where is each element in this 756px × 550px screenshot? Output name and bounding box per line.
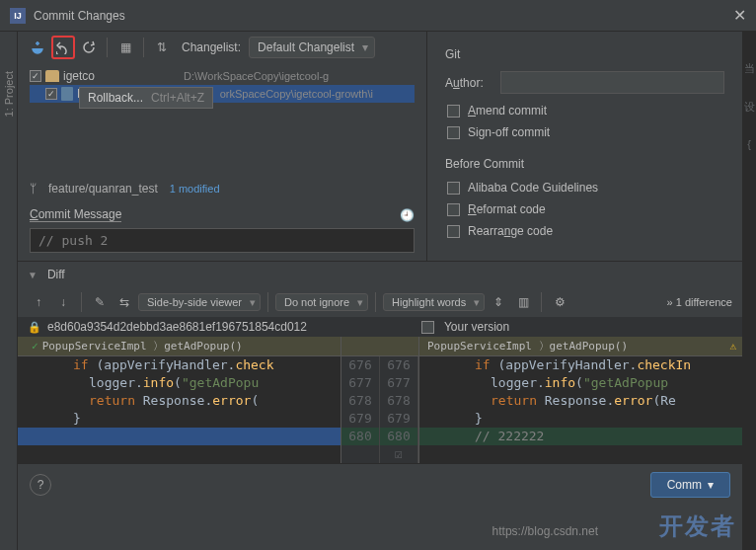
highlight-dropdown[interactable]: Highlight words bbox=[383, 293, 485, 311]
commit-hash: e8d60a9354d2debbd3ae8681ef196751854cd012 bbox=[47, 320, 307, 334]
refresh-button[interactable] bbox=[77, 36, 101, 59]
lock-icon bbox=[28, 320, 41, 334]
code-line[interactable]: logger.info("getAdPopu bbox=[18, 374, 340, 392]
gutter-row: 678678 bbox=[341, 392, 418, 410]
bottom-bar: ? Comm▾ bbox=[18, 463, 742, 506]
checkbox[interactable] bbox=[447, 225, 460, 238]
file-tree: Rollback... Ctrl+Alt+Z igetco D:\WorkSpa… bbox=[18, 63, 426, 176]
commit-msg-header: Commit Message 🕘 bbox=[18, 201, 426, 228]
code-line[interactable] bbox=[18, 428, 340, 445]
breadcrumb-left[interactable]: ✓ PopupServiceImpl 〉getAdPopup() bbox=[18, 337, 340, 356]
commit-msg-label: Commit Message bbox=[30, 207, 121, 222]
version-label: Your version bbox=[444, 320, 509, 334]
checkbox[interactable] bbox=[447, 105, 460, 118]
collapse-arrow-icon[interactable]: ▼ bbox=[28, 270, 38, 280]
diff-gutter: 676676677677678678679679680680 ☑ bbox=[340, 337, 419, 463]
tooltip-text: Rollback... bbox=[88, 91, 143, 105]
commit-toolbar: ▦ ⇅ Changelist: Default Changelist bbox=[18, 32, 426, 63]
separator bbox=[81, 292, 82, 312]
tooltip-shortcut: Ctrl+Alt+Z bbox=[151, 91, 204, 105]
help-button[interactable]: ? bbox=[30, 474, 51, 496]
diff-toolbar: ↑ ↓ ✎ ⇆ Side-by-side viewer Do not ignor… bbox=[18, 287, 742, 317]
next-diff-button[interactable]: ↓ bbox=[52, 291, 74, 313]
checkbox[interactable] bbox=[447, 203, 460, 216]
author-input[interactable] bbox=[500, 71, 724, 94]
code-line[interactable]: logger.info("getAdPopup bbox=[419, 374, 742, 392]
version-checkbox[interactable] bbox=[421, 321, 434, 334]
code-line[interactable]: } bbox=[18, 410, 340, 428]
ide-sidebar: 1: Project bbox=[0, 32, 18, 550]
commit-message-input[interactable]: // push 2 bbox=[30, 228, 415, 253]
code-line[interactable]: return Response.error(Re bbox=[419, 392, 742, 410]
checkbox[interactable] bbox=[45, 88, 57, 100]
edit-icon[interactable]: ✎ bbox=[89, 291, 111, 313]
rollback-tooltip: Rollback... Ctrl+Alt+Z bbox=[79, 87, 213, 109]
folder-path: D:\WorkSpaceCopy\igetcool-g bbox=[184, 70, 329, 82]
checkbox[interactable] bbox=[447, 126, 460, 139]
alibaba-checkbox-row[interactable]: Alibaba Code Guidelines bbox=[445, 181, 724, 195]
before-commit-label: Before Commit bbox=[445, 157, 724, 171]
refresh-plus-icon[interactable] bbox=[26, 36, 49, 59]
rollback-button[interactable] bbox=[51, 36, 75, 59]
code-line[interactable]: // 222222 bbox=[419, 428, 742, 445]
diff-file-row: e8d60a9354d2debbd3ae8681ef196751854cd012… bbox=[18, 317, 742, 337]
signoff-checkbox-row[interactable]: Sign-off commit bbox=[445, 125, 724, 139]
file-icon bbox=[61, 87, 73, 101]
diff-header[interactable]: ▼ Diff bbox=[18, 261, 742, 287]
separator bbox=[375, 292, 376, 312]
branch-row: ᛘ feature/quanran_test 1 modified bbox=[18, 176, 426, 201]
amend-label: Amend commit bbox=[468, 104, 547, 118]
sync-scroll-icon[interactable]: ▥ bbox=[512, 291, 534, 313]
gear-icon[interactable]: ⚙ bbox=[549, 291, 570, 313]
separator bbox=[541, 292, 542, 312]
separator bbox=[107, 38, 108, 57]
code-line[interactable] bbox=[419, 445, 742, 463]
modified-count[interactable]: 1 modified bbox=[170, 183, 220, 195]
gutter-row bbox=[341, 445, 418, 463]
separator bbox=[143, 38, 144, 57]
branch-icon: ᛘ bbox=[30, 182, 37, 196]
gutter-row: 677677 bbox=[341, 374, 418, 392]
diff-left-pane[interactable]: ✓ PopupServiceImpl 〉getAdPopup() if (app… bbox=[18, 337, 340, 463]
close-button[interactable]: ✕ bbox=[733, 6, 746, 25]
gutter-row: 676676 bbox=[341, 356, 418, 374]
tree-root[interactable]: igetco D:\WorkSpaceCopy\igetcool-g bbox=[30, 67, 415, 85]
reformat-label: Reformat code bbox=[468, 202, 546, 216]
code-line[interactable]: if (appVerifyHandler.checkIn bbox=[419, 356, 742, 374]
commit-button[interactable]: Comm▾ bbox=[650, 472, 730, 498]
checkbox[interactable] bbox=[447, 182, 460, 195]
amend-checkbox-row[interactable]: Amend commit bbox=[445, 104, 724, 118]
separator bbox=[267, 292, 268, 312]
history-icon[interactable]: 🕘 bbox=[400, 208, 415, 222]
whitespace-dropdown[interactable]: Do not ignore bbox=[275, 293, 368, 311]
branch-name[interactable]: feature/quanran_test bbox=[48, 182, 158, 196]
code-line[interactable] bbox=[18, 445, 340, 463]
code-line[interactable]: return Response.error( bbox=[18, 392, 340, 410]
signoff-label: Sign-off commit bbox=[468, 125, 550, 139]
collapse-icon[interactable]: ⇕ bbox=[488, 291, 509, 313]
expand-icon[interactable]: ⇅ bbox=[150, 36, 174, 59]
diff-right-pane[interactable]: PopupServiceImpl 〉getAdPopup() ⚠ if (app… bbox=[419, 337, 742, 463]
git-section-label: Git bbox=[445, 47, 724, 61]
diff-body: ✓ PopupServiceImpl 〉getAdPopup() if (app… bbox=[18, 337, 742, 463]
author-label: Author: bbox=[445, 76, 500, 90]
merge-icon[interactable]: ⇆ bbox=[113, 291, 135, 313]
warning-icon: ⚠ bbox=[729, 340, 736, 353]
diff-label: Diff bbox=[47, 268, 65, 281]
file-path: orkSpaceCopy\igetcool-growth\i bbox=[220, 88, 373, 100]
rearrange-checkbox-row[interactable]: Rearrange code bbox=[445, 224, 724, 238]
viewer-dropdown[interactable]: Side-by-side viewer bbox=[138, 293, 261, 311]
checkbox[interactable] bbox=[30, 70, 41, 82]
changelist-label: Changelist: bbox=[182, 40, 241, 54]
code-line[interactable]: if (appVerifyHandler.check bbox=[18, 356, 340, 374]
sidebar-project-tab[interactable]: 1: Project bbox=[3, 71, 15, 117]
prev-diff-button[interactable]: ↑ bbox=[28, 291, 49, 313]
grid-icon[interactable]: ▦ bbox=[113, 36, 137, 59]
changelist-dropdown[interactable]: Default Changelist bbox=[249, 37, 375, 58]
right-gutter: 当设{ bbox=[742, 32, 756, 550]
code-line[interactable]: } bbox=[419, 410, 742, 428]
check-icon: ✓ bbox=[26, 340, 38, 353]
gutter-row: 680680 ☑ bbox=[341, 428, 418, 445]
breadcrumb-right[interactable]: PopupServiceImpl 〉getAdPopup() ⚠ bbox=[419, 337, 742, 356]
reformat-checkbox-row[interactable]: Reformat code bbox=[445, 202, 724, 216]
